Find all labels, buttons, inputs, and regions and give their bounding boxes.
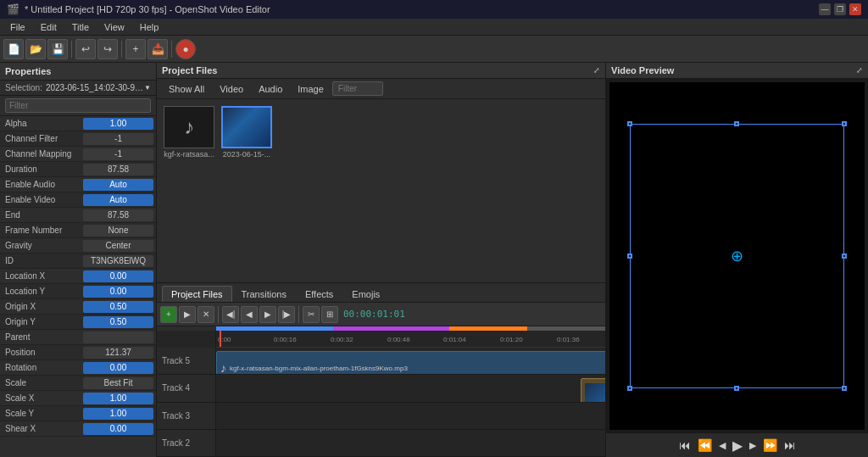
snap-button[interactable]: ⊞ (321, 306, 338, 323)
tab-image[interactable]: Image (291, 82, 331, 96)
tab-show-all[interactable]: Show All (162, 82, 211, 96)
filter-row[interactable] (0, 96, 156, 116)
prop-row: Channel Mapping-1 (0, 147, 156, 162)
prop-name: Position (0, 348, 81, 357)
ruler-mark-6: 0:01:36 (557, 336, 580, 343)
vp-jump-end[interactable]: ⏭ (782, 438, 798, 452)
razor-button[interactable]: ✂ (303, 306, 320, 323)
save-button[interactable]: 💾 (47, 39, 68, 59)
add-track-button[interactable]: + (160, 306, 177, 323)
btab-project-files[interactable]: Project Files (162, 286, 232, 302)
prop-value[interactable]: 0.50 (83, 316, 153, 328)
prop-row: Duration87.58 (0, 162, 156, 177)
btab-transitions[interactable]: Transitions (232, 286, 296, 302)
prop-row: Frame NumberNone (0, 223, 156, 238)
ruler-mark-5: 0:01:20 (500, 336, 523, 343)
toolbar-sep-3 (171, 41, 172, 58)
track-5-content[interactable]: ♪ kgf-x-ratsasan-bgm-mix-allan-proetham-… (216, 348, 605, 374)
remove-button[interactable]: ✕ (198, 306, 214, 323)
menu-edit[interactable]: Edit (34, 20, 64, 34)
vp-expand-icon[interactable]: ⤢ (856, 66, 863, 75)
prop-value[interactable]: 0.00 (83, 362, 153, 374)
vp-next-frame[interactable]: ▶ (748, 440, 758, 451)
track-5-clip-1[interactable]: ♪ kgf-x-ratsasan-bgm-mix-allan-proetham-… (216, 351, 605, 374)
track-3-content[interactable] (216, 403, 605, 429)
prop-value[interactable]: 1.00 (83, 408, 153, 420)
next-frame-button[interactable]: ▶ (259, 306, 276, 323)
vp-prev-frame[interactable]: ◀ (717, 440, 727, 451)
new-button[interactable]: 📄 (3, 39, 24, 59)
playhead[interactable] (220, 331, 221, 347)
selection-value: 2023-06-15_14:02-30-90... (46, 83, 144, 92)
menu-file[interactable]: File (3, 20, 32, 34)
jump-start-button[interactable]: ◀| (222, 306, 239, 323)
prop-name: Alpha (0, 119, 81, 128)
project-files-filter-input[interactable] (332, 81, 383, 96)
add-button[interactable]: + (125, 39, 146, 59)
prop-name: Origin Y (0, 317, 81, 326)
vp-rewind[interactable]: ⏪ (696, 438, 714, 452)
titlebar-controls[interactable]: — ❐ ✕ (819, 3, 861, 15)
pf-item-image[interactable]: 2023-06-15-... (221, 106, 272, 159)
track-5: Track 5 ♪ kgf-x-ratsasan-bgm-mix-allan-p… (157, 348, 605, 375)
prop-value[interactable]: Auto (83, 179, 153, 191)
redo-button[interactable]: ↪ (97, 39, 118, 59)
prev-frame-button[interactable]: ◀ (241, 306, 258, 323)
prop-value[interactable]: 1.00 (83, 393, 153, 404)
vp-play[interactable]: ▶ (731, 437, 744, 454)
video-preview-screen: ⊕ (609, 82, 865, 430)
vp-fast-forward[interactable]: ⏩ (761, 438, 779, 452)
prop-value[interactable]: 1.00 (83, 118, 153, 130)
undo-button[interactable]: ↩ (75, 39, 96, 59)
menu-title[interactable]: Title (65, 20, 96, 34)
pf-expand-icon[interactable]: ⤢ (593, 66, 600, 75)
corner-br (842, 386, 847, 391)
track-2-content[interactable] (216, 430, 605, 456)
minimize-button[interactable]: — (819, 3, 831, 15)
enable-button[interactable]: ▶ (179, 306, 196, 323)
main-layout: Properties Selection: 2023-06-15_14:02-3… (0, 63, 868, 457)
btab-effects[interactable]: Effects (296, 286, 342, 302)
prop-name: Duration (0, 164, 81, 174)
prop-value[interactable]: Auto (83, 194, 153, 206)
btab-emojis[interactable]: Emojis (342, 286, 389, 302)
prop-value[interactable]: 0.50 (83, 301, 153, 313)
track-4-content[interactable]: 2023-06-15_14-02-30-900.png (216, 375, 605, 401)
open-button[interactable]: 📂 (25, 39, 46, 59)
prop-name: Origin X (0, 302, 81, 311)
close-button[interactable]: ✕ (849, 3, 861, 15)
import-button[interactable]: 📥 (147, 39, 168, 59)
selection-dropdown-icon[interactable]: ▼ (144, 84, 151, 92)
prop-row: Rotation0.00 (0, 360, 156, 376)
track-4-clip-1[interactable]: 2023-06-15_14-02-30-900.png (581, 378, 605, 401)
vp-jump-start[interactable]: ⏮ (677, 438, 693, 452)
properties-filter-input[interactable] (5, 98, 151, 113)
app-icon: 🎬 (7, 3, 19, 15)
menu-view[interactable]: View (97, 20, 131, 34)
tab-audio[interactable]: Audio (252, 82, 289, 96)
prop-row: Enable AudioAuto (0, 177, 156, 192)
jump-end-button[interactable]: |▶ (278, 306, 295, 323)
prop-name: Frame Number (0, 226, 81, 235)
prop-value: -1 (83, 148, 153, 160)
maximize-button[interactable]: ❐ (834, 3, 846, 15)
prop-name: Location X (0, 271, 81, 281)
prop-name: Scale (0, 378, 81, 387)
properties-title: Properties (0, 63, 156, 81)
pf-item-audio[interactable]: ♪ kgf-x-ratsasa... (164, 106, 214, 159)
pf-thumb-audio: ♪ (164, 106, 214, 148)
prop-value[interactable]: 0.00 (83, 423, 153, 435)
prop-value: 87.58 (83, 164, 153, 176)
prop-value[interactable]: 0.00 (83, 270, 153, 282)
record-button[interactable]: ● (175, 39, 196, 59)
prop-row: Position121.37 (0, 345, 156, 360)
toolbar-sep-1 (71, 41, 72, 58)
prop-name: Enable Video (0, 195, 81, 204)
menu-help[interactable]: Help (133, 20, 166, 34)
timeline-section: Project Files Transitions Effects Emojis… (157, 283, 605, 457)
tab-video[interactable]: Video (213, 82, 250, 96)
prop-value[interactable]: 0.00 (83, 286, 153, 298)
tl-sep-2 (298, 306, 299, 323)
prop-row: Origin X0.50 (0, 299, 156, 315)
properties-panel: Properties Selection: 2023-06-15_14:02-3… (0, 63, 157, 457)
